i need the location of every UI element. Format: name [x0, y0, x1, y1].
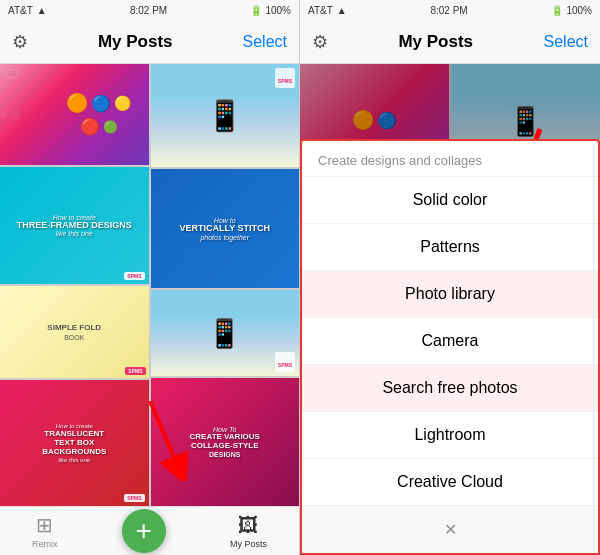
paper-craft-label: SIMPLE FOLD BOOK [47, 323, 101, 342]
cancel-icon: ✕ [444, 521, 457, 538]
left-status-bar: AT&T ▲ 8:02 PM 🔋 100% [0, 0, 299, 20]
myposts-label: My Posts [230, 539, 267, 549]
translucent-sub: like this one [58, 457, 90, 463]
vstitch-bold: VERTICALLY STITCH [179, 224, 270, 234]
grid-cell-collage[interactable]: How To Create VariousCOLLAGE-STYLE DESIG… [151, 378, 300, 506]
battery-pct-left: 100% [265, 5, 291, 16]
gear-icon-left[interactable]: ⚙ [12, 31, 28, 53]
action-sheet-cancel-button[interactable]: ✕ [302, 506, 598, 553]
action-item-creative-cloud[interactable]: Creative Cloud [302, 459, 598, 506]
left-tab-bar: ⊞ Remix + 🖼 My Posts [0, 506, 299, 555]
carrier-right: AT&T [308, 5, 333, 16]
left-nav-bar: ⚙ My Posts Select [0, 20, 299, 64]
right-content-area: 36 🟠🔵 How to create THREE-FRAMED DESIGNS… [300, 64, 600, 555]
action-item-photo-library[interactable]: Photo library [302, 271, 598, 318]
collage-sub: DESIGNS [209, 451, 241, 458]
action-sheet: Create designs and collages Solid color … [300, 139, 600, 555]
left-col-2: 📱 SPMS How to VERTICALLY STITCH photos t… [151, 64, 300, 506]
tab-myposts[interactable]: 🖼 My Posts [230, 514, 267, 549]
right-panel: AT&T ▲ 8:02 PM 🔋 100% ⚙ My Posts Select … [300, 0, 600, 555]
battery-pct-right: 100% [566, 5, 592, 16]
action-item-camera[interactable]: Camera [302, 318, 598, 365]
status-right-left: 🔋 100% [250, 5, 291, 16]
grid-cell-translucent[interactable]: How to create TRANSLUCENTTEXT BOXBACKGRO… [0, 380, 149, 506]
time-right: 8:02 PM [430, 5, 467, 16]
spms-logo-top: SPMS [275, 68, 295, 88]
myposts-icon: 🖼 [238, 514, 258, 537]
phone-photo-icon: 📱 [206, 98, 243, 133]
grid-cell-circles[interactable]: 36 🟠🔵 🟡🔴 🟢 [0, 64, 149, 165]
translucent-bold: TRANSLUCENTTEXT BOXBACKGROUNDS [42, 430, 106, 456]
grid-cell-phone[interactable]: 📱 SPMS [151, 64, 300, 167]
three-framed-bold: THREE-FRAMED DESIGNS [17, 221, 132, 231]
left-content-grid: 36 🟠🔵 🟡🔴 🟢 How to create THREE-FRAMED DE… [0, 64, 299, 506]
action-item-patterns[interactable]: Patterns [302, 224, 598, 271]
status-left: AT&T ▲ [8, 5, 47, 16]
select-button-right[interactable]: Select [544, 33, 588, 51]
right-nav-title: My Posts [398, 32, 473, 52]
action-item-lightroom[interactable]: Lightroom [302, 412, 598, 459]
action-item-solid-color[interactable]: Solid color [302, 177, 598, 224]
time-left: 8:02 PM [130, 5, 167, 16]
grid-cell-paper[interactable]: SIMPLE FOLD BOOK SPMS [0, 286, 149, 378]
grid-cell-vertical-stitch[interactable]: How to VERTICALLY STITCH photos together [151, 169, 300, 288]
battery-icon-right: 🔋 [551, 5, 563, 16]
remix-label: Remix [32, 539, 58, 549]
fab-icon: + [136, 515, 152, 547]
grid-cell-three-framed[interactable]: How to create THREE-FRAMED DESIGNS like … [0, 167, 149, 284]
status-left-right: AT&T ▲ [308, 5, 347, 16]
action-sheet-header: Create designs and collages [302, 141, 598, 177]
spms-badge-1: SPMS [124, 272, 144, 280]
left-nav-title: My Posts [98, 32, 173, 52]
gear-icon-right[interactable]: ⚙ [312, 31, 328, 53]
fab-plus-button[interactable]: + [122, 509, 166, 553]
grid-cell-phone2[interactable]: 📱 SPMS [151, 290, 300, 376]
spms-badge-2: SPMS [125, 367, 145, 375]
action-item-search-free-photos[interactable]: Search free photos [302, 365, 598, 412]
wifi-icon-left: ▲ [37, 5, 47, 16]
spms-badge-3: SPMS [124, 494, 144, 502]
remix-icon: ⊞ [36, 513, 53, 537]
right-status-bar: AT&T ▲ 8:02 PM 🔋 100% [300, 0, 600, 20]
collage-bold: Create VariousCOLLAGE-STYLE [190, 433, 260, 451]
vstitch-sub: photos together [200, 234, 249, 241]
right-nav-bar: ⚙ My Posts Select [300, 20, 600, 64]
left-panel: AT&T ▲ 8:02 PM 🔋 100% ⚙ My Posts Select … [0, 0, 300, 555]
left-col-1: 36 🟠🔵 🟡🔴 🟢 How to create THREE-FRAMED DE… [0, 64, 149, 506]
select-button-left[interactable]: Select [243, 33, 287, 51]
tab-remix[interactable]: ⊞ Remix [32, 513, 58, 549]
carrier-left: AT&T [8, 5, 33, 16]
three-framed-sub: like this one [56, 230, 93, 237]
status-right-right: 🔋 100% [551, 5, 592, 16]
phone2-icon: 📱 [207, 317, 242, 350]
wifi-icon-right: ▲ [337, 5, 347, 16]
spms-logo-bottom: SPMS [275, 352, 295, 372]
battery-icon-left: 🔋 [250, 5, 262, 16]
